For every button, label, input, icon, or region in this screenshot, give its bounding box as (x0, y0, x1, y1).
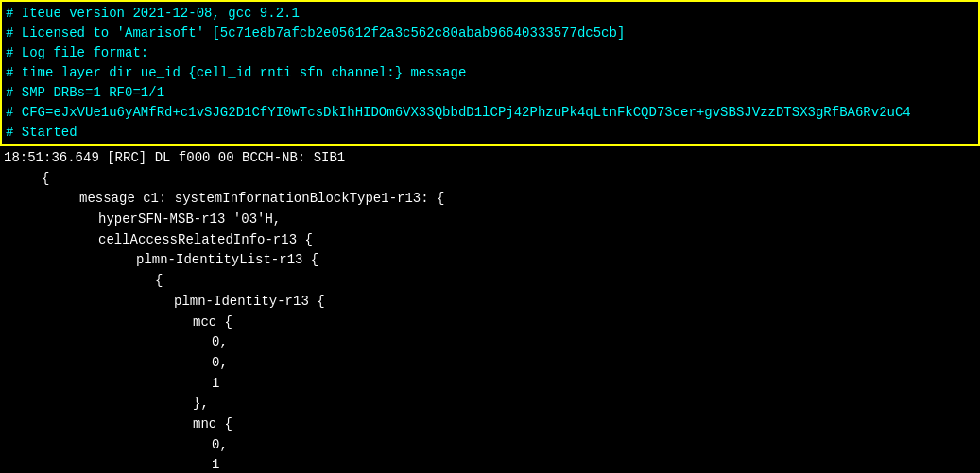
log-line-14: 0, (4, 435, 976, 456)
log-line-2: message c1: systemInformationBlockType1-… (4, 189, 976, 210)
log-line-7: plmn-Identity-r13 { (4, 292, 976, 313)
header-line-3: # Log file format: (6, 43, 974, 63)
log-line-0: 18:51:36.649 [RRC] DL f000 00 BCCH-NB: S… (4, 148, 976, 169)
log-line-8: mcc { (4, 313, 976, 333)
header-line-4: # time layer dir ue_id {cell_id rnti sfn… (6, 63, 974, 83)
log-line-13: mnc { (4, 414, 976, 435)
header-line-6: # CFG=eJxVUe1u6yAMfRd+c1vSJG2D1CfYI0wTcs… (6, 103, 974, 123)
header-line-1: # Iteue version 2021-12-08, gcc 9.2.1 (6, 4, 974, 24)
log-line-3: hyperSFN-MSB-r13 '03'H, (4, 210, 976, 230)
header-line-7: # Started (6, 123, 974, 143)
header-line-5: # SMP DRBs=1 RF0=1/1 (6, 83, 974, 103)
log-line-9: 0, (4, 332, 976, 353)
log-line-1: { (4, 169, 976, 190)
log-line-12: }, (4, 394, 976, 414)
log-line-11: 1 (4, 374, 976, 395)
log-line-5: plmn-IdentityList-r13 { (4, 250, 976, 271)
log-line-4: cellAccessRelatedInfo-r13 { (4, 230, 976, 251)
terminal-window: # Iteue version 2021-12-08, gcc 9.2.1 # … (0, 0, 980, 473)
content-section: 18:51:36.649 [RRC] DL f000 00 BCCH-NB: S… (0, 146, 980, 473)
header-line-2: # Licensed to 'Amarisoft' [5c71e8b7afcb2… (6, 24, 974, 43)
log-line-6: { (4, 271, 976, 292)
log-line-10: 0, (4, 353, 976, 374)
header-section: # Iteue version 2021-12-08, gcc 9.2.1 # … (0, 0, 980, 146)
log-line-15: 1 (4, 455, 976, 473)
